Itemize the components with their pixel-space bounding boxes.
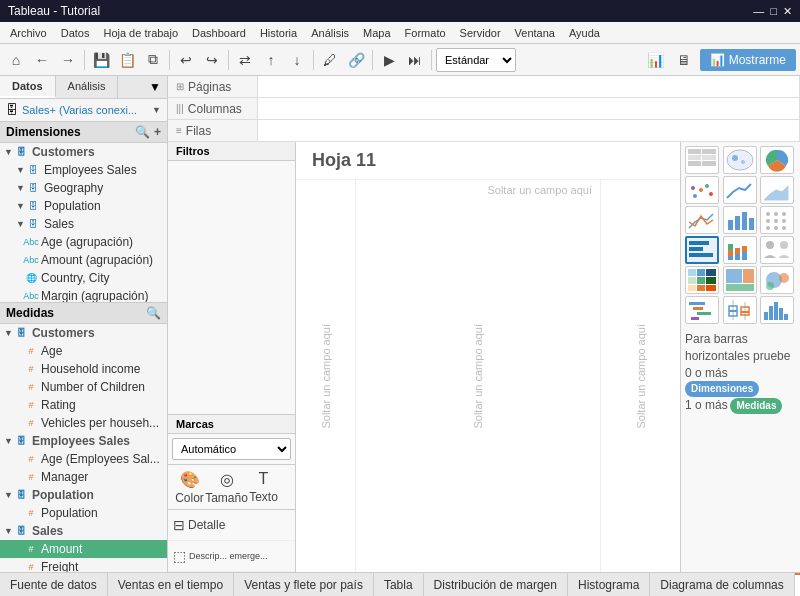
med-population[interactable]: # Population	[0, 504, 167, 522]
viz-people[interactable]	[760, 236, 794, 264]
med-age[interactable]: # Age	[0, 342, 167, 360]
dim-population[interactable]: ▼ 🗄 Population	[0, 197, 167, 215]
paginas-content[interactable]	[258, 76, 800, 97]
marcas-emerge-btn[interactable]: ⬚ Descrip... emerge...	[172, 544, 269, 568]
viz-map[interactable]	[723, 146, 757, 174]
viz-text-table[interactable]	[685, 146, 719, 174]
tab-ventas-tiempo[interactable]: Ventas en el tiempo	[108, 573, 234, 596]
viz-area[interactable]	[760, 176, 794, 204]
menu-formato[interactable]: Formato	[399, 25, 452, 41]
menu-historia[interactable]: Historia	[254, 25, 303, 41]
toolbar-standard-select[interactable]: Estándar	[436, 48, 516, 72]
toolbar-forward[interactable]: →	[56, 48, 80, 72]
viz-bubble[interactable]	[760, 266, 794, 294]
med-children[interactable]: # Number of Children	[0, 378, 167, 396]
med-group-emp-sales[interactable]: ▼ 🗄 Employees Sales	[0, 432, 167, 450]
marcas-color-btn[interactable]: 🎨 Color	[172, 469, 207, 505]
columnas-content[interactable]	[258, 98, 800, 119]
med-manager[interactable]: # Manager	[0, 468, 167, 486]
tab-fuente-datos[interactable]: Fuente de datos	[0, 573, 108, 596]
viz-box-plot[interactable]	[723, 296, 757, 324]
viz-treemap[interactable]	[723, 266, 757, 294]
viz-dots-grid[interactable]	[760, 206, 794, 234]
viz-horizontal-bars[interactable]	[685, 236, 719, 264]
menu-dashboard[interactable]: Dashboard	[186, 25, 252, 41]
dim-margin-agrup[interactable]: Abc Margin (agrupación)	[0, 287, 167, 303]
tab-distribucion[interactable]: Distribución de margen	[424, 573, 568, 596]
dim-geography[interactable]: ▼ 🗄 Geography	[0, 179, 167, 197]
toolbar-new[interactable]: 📋	[115, 48, 139, 72]
med-emp-age[interactable]: # Age (Employees Sal...	[0, 450, 167, 468]
med-amount[interactable]: # Amount	[0, 540, 167, 558]
tab-tabla[interactable]: Tabla	[374, 573, 424, 596]
toolbar-duplicate[interactable]: ⧉	[141, 48, 165, 72]
toolbar-sort-desc[interactable]: ↓	[285, 48, 309, 72]
viz-histogram[interactable]	[760, 296, 794, 324]
toolbar-step[interactable]: ⏭	[403, 48, 427, 72]
menu-archivo[interactable]: Archivo	[4, 25, 53, 41]
viz-line[interactable]	[723, 176, 757, 204]
menu-mapa[interactable]: Mapa	[357, 25, 397, 41]
dim-employees-sales[interactable]: ▼ 🗄 Employees Sales	[0, 161, 167, 179]
maximize-btn[interactable]: □	[770, 5, 777, 18]
close-btn[interactable]: ✕	[783, 5, 792, 18]
viz-gantt[interactable]	[685, 296, 719, 324]
toolbar-redo[interactable]: ↪	[200, 48, 224, 72]
menu-analisis[interactable]: Análisis	[305, 25, 355, 41]
toolbar-save[interactable]: 💾	[89, 48, 113, 72]
minimize-btn[interactable]: —	[753, 5, 764, 18]
dim-search-icon[interactable]: 🔍	[135, 125, 150, 139]
toolbar-chart-icon[interactable]: 📊	[644, 48, 668, 72]
viz-stacked-bar[interactable]	[723, 236, 757, 264]
marcas-size-btn[interactable]: ◎ Tamaño	[209, 469, 244, 505]
toolbar-desktop-icon[interactable]: 🖥	[672, 48, 696, 72]
marcas-detail-btn[interactable]: ⊟ Detalle	[172, 513, 226, 537]
med-group-pop[interactable]: ▼ 🗄 Population	[0, 486, 167, 504]
menu-hoja-trabajo[interactable]: Hoja de trabajo	[97, 25, 184, 41]
dim-add-icon[interactable]: +	[154, 125, 161, 139]
tab-hoja11[interactable]: Hoja 11	[795, 573, 800, 596]
med-freight[interactable]: # Freight	[0, 558, 167, 572]
filas-content[interactable]	[258, 120, 800, 141]
tab-histograma[interactable]: Histograma	[568, 573, 650, 596]
viz-scatter[interactable]	[685, 176, 719, 204]
med-rating[interactable]: # Rating	[0, 396, 167, 414]
menu-ventana[interactable]: Ventana	[509, 25, 561, 41]
med-search-icon[interactable]: 🔍	[146, 306, 161, 320]
filtros-area[interactable]	[168, 161, 295, 415]
med-household[interactable]: # Household income	[0, 360, 167, 378]
viz-bar-chart[interactable]	[723, 206, 757, 234]
viz-pie[interactable]	[760, 146, 794, 174]
mostrarme-button[interactable]: 📊 Mostrarme	[700, 49, 796, 71]
panel-tab-arrow[interactable]: ▼	[143, 76, 167, 98]
toolbar-play[interactable]: ▶	[377, 48, 401, 72]
left-drop-zone[interactable]: Soltar un campo aquí	[296, 180, 356, 572]
toolbar-sort-asc[interactable]: ↑	[259, 48, 283, 72]
toolbar-highlight[interactable]: 🖊	[318, 48, 342, 72]
dim-country-city[interactable]: 🌐 Country, City	[0, 269, 167, 287]
menu-servidor[interactable]: Servidor	[454, 25, 507, 41]
menu-datos[interactable]: Datos	[55, 25, 96, 41]
toolbar-swap[interactable]: ⇄	[233, 48, 257, 72]
viz-highlight-table[interactable]	[685, 266, 719, 294]
tab-ventas-flete[interactable]: Ventas y flete por país	[234, 573, 374, 596]
dim-sales[interactable]: ▼ 🗄 Sales	[0, 215, 167, 233]
dim-age-agrup[interactable]: Abc Age (agrupación)	[0, 233, 167, 251]
top-drop-zone[interactable]: Soltar un campo aquí	[356, 184, 600, 196]
tab-diagrama-columnas[interactable]: Diagrama de columnas	[650, 573, 794, 596]
right-drop-zone[interactable]: Soltar un campo aquí	[600, 180, 680, 572]
datasource-label[interactable]: Sales+ (Varias conexi...	[22, 104, 148, 116]
dim-amount-agrup[interactable]: Abc Amount (agrupación)	[0, 251, 167, 269]
dim-group-customers[interactable]: ▼ 🗄 Customers	[0, 143, 167, 161]
toolbar-link[interactable]: 🔗	[344, 48, 368, 72]
datasource-arrow[interactable]: ▼	[152, 105, 161, 115]
toolbar-back[interactable]: ←	[30, 48, 54, 72]
med-vehicles[interactable]: # Vehicles per househ...	[0, 414, 167, 432]
tab-analisis[interactable]: Análisis	[56, 76, 119, 98]
med-group-customers[interactable]: ▼ 🗄 Customers	[0, 324, 167, 342]
menu-ayuda[interactable]: Ayuda	[563, 25, 606, 41]
med-group-sales[interactable]: ▼ 🗄 Sales	[0, 522, 167, 540]
viz-dual-line[interactable]	[685, 206, 719, 234]
marcas-type-dropdown[interactable]: Automático	[172, 438, 291, 460]
tab-datos[interactable]: Datos	[0, 76, 56, 98]
